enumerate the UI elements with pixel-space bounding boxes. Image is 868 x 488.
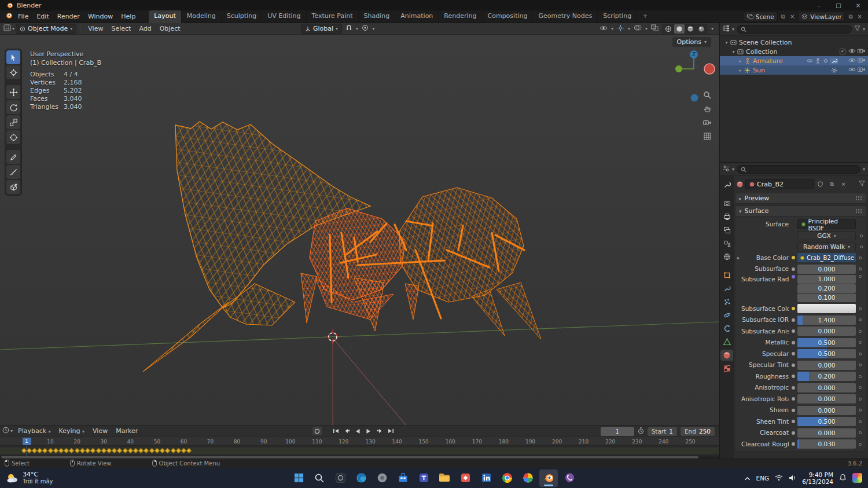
viewlayer-new-icon[interactable]: ⧉	[847, 13, 854, 20]
menu-edit[interactable]: Edit	[32, 12, 53, 21]
zoom-icon[interactable]	[701, 89, 713, 101]
menu-window[interactable]: Window	[84, 12, 117, 21]
volume-icon[interactable]	[789, 472, 796, 483]
key-icon[interactable]	[822, 58, 830, 64]
render-visibility-icon[interactable]	[858, 48, 865, 56]
close-button[interactable]: ×	[848, 0, 868, 10]
outliner-mode-caret-icon[interactable]: ▾	[732, 27, 734, 32]
prop-color-subsurface-color[interactable]	[797, 304, 856, 313]
tool-tweak-select[interactable]	[6, 50, 20, 64]
selectable-checkbox[interactable]: ✓	[840, 49, 845, 54]
viewport-menu-view[interactable]: View	[84, 24, 107, 34]
outliner-editor-icon[interactable]	[723, 25, 730, 34]
workspace-tab-sculpting[interactable]: Sculpting	[222, 10, 262, 23]
tool-cursor[interactable]	[6, 65, 20, 79]
menu-file[interactable]: File	[14, 12, 32, 21]
distribution-dropdown[interactable]: GGX ▾	[797, 231, 856, 240]
pan-hand-icon[interactable]	[701, 103, 713, 115]
outliner-filter-icon[interactable]	[854, 25, 860, 33]
tray-chevron-up-icon[interactable]	[744, 472, 751, 483]
taskbar-app-blue-app[interactable]	[414, 469, 433, 487]
gizmos-toggle-icon[interactable]	[617, 24, 624, 34]
3d-viewport[interactable]: User Perspective (1) Collection | Crab_B…	[0, 35, 719, 425]
auto-keying-icon[interactable]	[312, 427, 322, 435]
snap-magnet-icon[interactable]	[345, 24, 352, 33]
blender-menu-icon[interactable]	[5, 12, 13, 21]
shading-caret-icon[interactable]: ▾	[711, 26, 713, 31]
properties-tab-world[interactable]	[720, 251, 733, 262]
previous-keyframe-icon[interactable]	[342, 427, 351, 435]
prop-slider-sheen[interactable]: 0.000	[797, 406, 856, 415]
material-name-field[interactable]: Crab_B2	[745, 179, 814, 189]
taskbar-weather-widget[interactable]: 34°C Trời ít mây	[0, 471, 116, 485]
prop-slider-roughness[interactable]: 0.200	[797, 372, 856, 381]
taskbar-app-edge[interactable]	[352, 469, 370, 487]
properties-tab-scene[interactable]	[720, 238, 733, 249]
timeline-editor-icon[interactable]	[2, 427, 9, 435]
properties-editor-icon[interactable]	[723, 165, 730, 174]
prop-slider-subsurface[interactable]: 0.000	[797, 265, 856, 274]
editor-type-icon[interactable]	[3, 24, 11, 33]
playhead[interactable]: 1	[23, 438, 31, 445]
taskbar-app-blender[interactable]	[539, 469, 558, 487]
taskbar-app-blue-tile[interactable]	[477, 469, 495, 487]
tool-move[interactable]	[6, 85, 20, 99]
properties-tab-modifiers[interactable]	[720, 283, 733, 294]
prop-slider-specular-tint[interactable]: 0.000	[797, 361, 856, 370]
options-dropdown[interactable]: Options ▾	[672, 37, 711, 47]
tool-rotate[interactable]	[6, 100, 20, 114]
taskbar-app-google[interactable]	[518, 469, 537, 487]
workspace-tab-uv-editing[interactable]: UV Editing	[262, 10, 306, 23]
unlink-material-icon[interactable]: ×	[838, 179, 848, 189]
tool-transform[interactable]	[6, 130, 20, 144]
prop-slider-subsurface-ior[interactable]: 1.400	[797, 315, 856, 325]
proportional-edit-icon[interactable]	[362, 24, 369, 33]
taskbar-app-store[interactable]	[393, 469, 412, 487]
stopwatch-icon[interactable]	[638, 427, 644, 436]
properties-mode-caret-icon[interactable]: ▾	[732, 167, 734, 172]
prop-field-subsurface-radius[interactable]: 1.000	[797, 275, 856, 284]
section-grip-icon[interactable]	[855, 208, 862, 214]
properties-tab-physics[interactable]	[720, 310, 733, 321]
taskbar-corner-app-icon[interactable]	[852, 473, 862, 483]
disclosure-triangle-icon[interactable]: ▾	[730, 49, 737, 54]
properties-tab-object[interactable]	[720, 270, 733, 281]
viewport-menu-select[interactable]: Select	[107, 24, 135, 34]
taskbar-app-start[interactable]	[289, 469, 308, 487]
fake-user-shield-icon[interactable]	[815, 179, 825, 189]
properties-tab-texture[interactable]	[720, 363, 733, 374]
properties-tab-constraints[interactable]	[720, 323, 733, 334]
workspace-tab-texture-paint[interactable]: Texture Paint	[307, 10, 359, 23]
taskbar-app-chrome[interactable]	[498, 469, 516, 487]
scene-selector[interactable]: Scene	[744, 12, 778, 21]
prop-slider-anisotropic-rota[interactable]: 0.000	[797, 394, 856, 403]
workspace-tab-compositing[interactable]: Compositing	[483, 10, 534, 23]
start-frame-field[interactable]: Start 1	[648, 427, 677, 436]
duplicate-material-icon[interactable]: ⧉	[827, 179, 837, 189]
sun-icon[interactable]	[830, 67, 838, 74]
prop-field-subsurface-radius[interactable]: 0.200	[797, 284, 856, 293]
hide-eye-icon[interactable]	[848, 57, 856, 65]
properties-tab-output[interactable]	[720, 211, 733, 222]
outliner-search-input[interactable]	[737, 25, 852, 34]
timeline-menu-view[interactable]: View	[89, 426, 112, 436]
outliner-item-collection[interactable]: ▾Collection✓	[720, 47, 868, 56]
timeline-menu-marker[interactable]: Marker	[112, 426, 142, 436]
crab-wireframe-model[interactable]	[143, 122, 541, 372]
prop-slider-anisotropic[interactable]: 0.000	[797, 383, 856, 392]
taskbar-clock[interactable]: 9:40 PM 6/13/2024	[802, 471, 833, 485]
current-frame-field[interactable]: 1	[601, 427, 634, 436]
language-indicator[interactable]: ENG	[756, 475, 770, 482]
shading-rendered-icon[interactable]	[696, 24, 707, 34]
render-visibility-icon[interactable]	[858, 57, 865, 65]
prop-slider-subsurface-aniso[interactable]: 0.000	[797, 326, 856, 336]
taskbar-app-explorer[interactable]	[435, 469, 454, 487]
prop-slider-specular[interactable]: 0.500	[797, 349, 856, 358]
object-visibility-icon[interactable]	[599, 25, 608, 33]
proportional-caret-icon[interactable]: ▾	[372, 26, 374, 31]
play-reverse-icon[interactable]	[353, 427, 362, 435]
properties-search-input[interactable]	[737, 165, 860, 174]
properties-tab-particles[interactable]	[720, 296, 733, 307]
shading-wireframe-icon[interactable]	[663, 24, 674, 34]
scene-delete-icon[interactable]: ×	[789, 13, 796, 20]
